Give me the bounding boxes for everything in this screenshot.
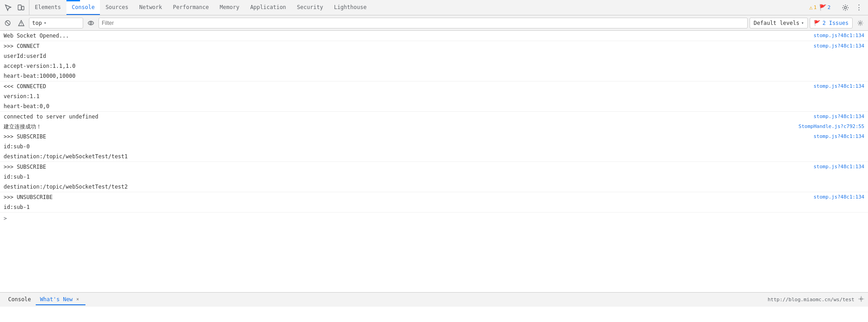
- issues-label: 2 Issues: [822, 20, 849, 26]
- log-text: version:1.1: [4, 92, 864, 100]
- log-text: connected to server undefined: [4, 113, 810, 121]
- more-options-icon[interactable]: ⋮: [854, 2, 864, 13]
- bottom-tab-console[interactable]: Console: [4, 294, 36, 305]
- log-text: heart-beat:10000,10000: [4, 72, 864, 80]
- context-value: top: [32, 20, 42, 26]
- tab-console[interactable]: Console: [66, 0, 100, 15]
- log-line: Web Socket Opened... stomp.js?48c1:134: [0, 31, 868, 41]
- chevron-down-icon: ▾: [801, 20, 804, 25]
- devtools-icons: [0, 0, 29, 15]
- bottom-tab-whats-new-label: What's New: [40, 296, 73, 303]
- log-group: connected to server undefined stomp.js?4…: [0, 112, 868, 162]
- log-line: connected to server undefined stomp.js?4…: [0, 112, 868, 122]
- svg-point-8: [88, 21, 94, 25]
- tab-elements[interactable]: Elements: [29, 0, 66, 15]
- log-text: id:sub-1: [4, 203, 864, 211]
- log-text: heart-beat:0,0: [4, 102, 864, 110]
- log-line: accept-version:1.1,1.0: [0, 61, 868, 71]
- clear-console-icon[interactable]: [2, 17, 14, 29]
- inspect-element-icon[interactable]: [3, 2, 14, 13]
- warning-icon: ⚠: [809, 4, 813, 11]
- log-source[interactable]: stomp.js?48c1:134: [810, 193, 864, 201]
- log-line: heart-beat:0,0: [0, 101, 868, 111]
- levels-label: Default levels: [754, 20, 799, 26]
- log-line: >>> SUBSCRIBE stomp.js?48c1:134: [0, 132, 868, 142]
- log-text: accept-version:1.1,1.0: [4, 62, 864, 70]
- log-source[interactable]: stomp.js?48c1:134: [810, 42, 864, 50]
- bottom-url: http://blog.miaomc.cn/ws/test: [768, 297, 854, 303]
- console-prompt[interactable]: >: [0, 213, 868, 224]
- log-text: 建立连接成功！: [4, 123, 795, 131]
- log-group: >>> CONNECT stomp.js?48c1:134 userId:use…: [0, 41, 868, 81]
- prompt-caret: >: [4, 215, 7, 222]
- log-line: <<< CONNECTED stomp.js?48c1:134: [0, 81, 868, 91]
- log-line: destination:/topic/webSocketTest/test1: [0, 152, 868, 161]
- tab-security[interactable]: Security: [292, 0, 329, 15]
- svg-rect-1: [22, 6, 24, 10]
- log-group: <<< CONNECTED stomp.js?48c1:134 version:…: [0, 81, 868, 112]
- log-text: >>> SUBSCRIBE: [4, 163, 810, 171]
- log-line: heart-beat:10000,10000: [0, 71, 868, 81]
- svg-point-9: [90, 22, 92, 24]
- prompt-input[interactable]: [9, 215, 864, 222]
- tab-application[interactable]: Application: [245, 0, 291, 15]
- log-line: id:sub-1: [0, 202, 868, 212]
- tab-memory[interactable]: Memory: [214, 0, 245, 15]
- eye-icon[interactable]: [85, 17, 97, 29]
- bottom-tab-whats-new[interactable]: What's New ×: [36, 294, 85, 305]
- svg-point-2: [844, 6, 847, 9]
- svg-rect-0: [18, 5, 21, 10]
- log-source[interactable]: stomp.js?48c1:134: [810, 163, 864, 171]
- log-source[interactable]: StompHandle.js?c792:55: [795, 123, 864, 131]
- settings-icon[interactable]: [840, 2, 851, 13]
- stop-on-exception-icon[interactable]: [15, 17, 27, 29]
- flag-icon: 🚩: [814, 20, 821, 26]
- log-line: id:sub-0: [0, 142, 868, 152]
- svg-point-11: [860, 298, 862, 300]
- log-source[interactable]: stomp.js?48c1:134: [810, 133, 864, 141]
- log-source[interactable]: stomp.js?48c1:134: [810, 32, 864, 40]
- console-toolbar: top ▾ Default levels ▾ 🚩 2 Issues: [0, 15, 868, 31]
- console-settings-icon[interactable]: [854, 17, 866, 29]
- info-badge[interactable]: 🚩 2: [819, 4, 830, 11]
- log-source[interactable]: stomp.js?48c1:134: [810, 82, 864, 90]
- log-text: >>> CONNECT: [4, 42, 810, 50]
- log-text: <<< CONNECTED: [4, 82, 810, 90]
- top-tab-bar: Elements Console Sources Network Perform…: [0, 0, 868, 15]
- tab-performance[interactable]: Performance: [168, 0, 214, 15]
- log-text: Web Socket Opened...: [4, 32, 810, 40]
- log-line: >>> UNSUBSCRIBE stomp.js?48c1:134: [0, 192, 868, 202]
- issues-button[interactable]: 🚩 2 Issues: [810, 18, 853, 28]
- log-group: >>> UNSUBSCRIBE stomp.js?48c1:134 id:sub…: [0, 192, 868, 213]
- svg-point-7: [21, 24, 21, 24]
- log-text: >>> SUBSCRIBE: [4, 133, 810, 141]
- log-group: Web Socket Opened... stomp.js?48c1:134: [0, 31, 868, 41]
- tab-network[interactable]: Network: [134, 0, 168, 15]
- console-content: Web Socket Opened... stomp.js?48c1:134 >…: [0, 31, 868, 292]
- tab-right-icons: ⚠ 1 🚩 2 ⋮: [806, 2, 868, 13]
- toolbar-right: [854, 17, 866, 29]
- warning-badge[interactable]: ⚠ 1: [809, 4, 816, 11]
- device-toolbar-icon[interactable]: [15, 2, 26, 13]
- log-line: >>> SUBSCRIBE stomp.js?48c1:134: [0, 162, 868, 172]
- log-line: id:sub-1: [0, 172, 868, 182]
- log-text: destination:/topic/webSocketTest/test1: [4, 152, 864, 161]
- bottom-bar: Console What's New × http://blog.miaomc.…: [0, 292, 868, 307]
- log-line: >>> CONNECT stomp.js?48c1:134: [0, 41, 868, 51]
- log-group: >>> SUBSCRIBE stomp.js?48c1:134 id:sub-1…: [0, 162, 868, 192]
- tab-list: Elements Console Sources Network Perform…: [29, 0, 806, 15]
- info-count: 2: [827, 5, 830, 10]
- log-text: id:sub-1: [4, 173, 864, 181]
- tab-sources[interactable]: Sources: [100, 0, 134, 15]
- log-text: userId:userId: [4, 52, 864, 60]
- levels-dropdown[interactable]: Default levels ▾: [750, 18, 808, 28]
- filter-input[interactable]: [99, 18, 748, 28]
- close-whats-new-icon[interactable]: ×: [75, 296, 81, 303]
- bottom-settings-icon[interactable]: [858, 296, 864, 303]
- log-source[interactable]: stomp.js?48c1:134: [810, 113, 864, 121]
- context-selector[interactable]: top ▾: [29, 18, 83, 28]
- info-icon: 🚩: [819, 4, 826, 11]
- log-line: version:1.1: [0, 91, 868, 101]
- tab-lighthouse[interactable]: Lighthouse: [329, 0, 372, 15]
- svg-point-10: [859, 22, 861, 24]
